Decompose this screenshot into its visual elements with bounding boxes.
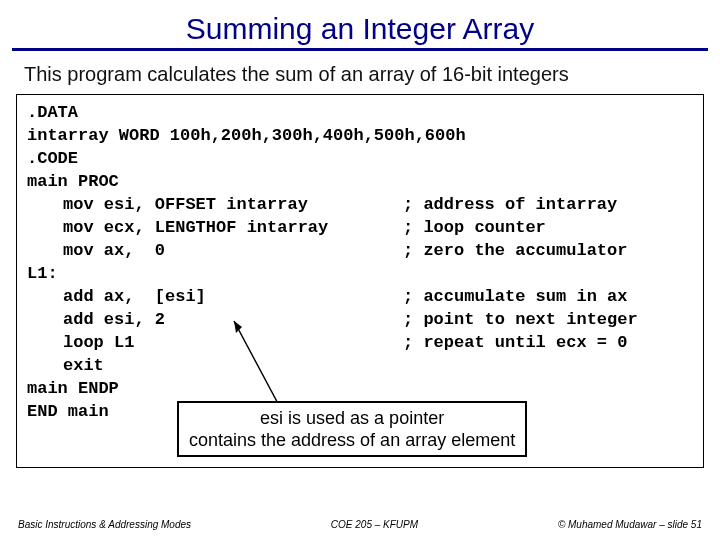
slide-subtitle: This program calculates the sum of an ar… (18, 63, 702, 86)
code-text: intarray WORD 100h,200h,300h,400h,500h,6… (27, 124, 466, 147)
code-instruction: loop L1 (63, 331, 383, 354)
code-line: intarray WORD 100h,200h,300h,400h,500h,6… (27, 124, 693, 147)
code-text: .DATA (27, 101, 78, 124)
code-text: .CODE (27, 147, 78, 170)
code-line: mov ecx, LENGTHOF intarray ; loop counte… (27, 216, 693, 239)
footer: Basic Instructions & Addressing Modes CO… (0, 515, 720, 540)
code-instruction: mov esi, OFFSET intarray (63, 193, 383, 216)
code-box: .DATA intarray WORD 100h,200h,300h,400h,… (16, 94, 704, 468)
code-line: .DATA (27, 101, 693, 124)
code-instruction: exit (63, 354, 383, 377)
code-comment: ; repeat until ecx = 0 (383, 331, 627, 354)
code-comment: ; point to next integer (383, 308, 638, 331)
code-instruction: mov ecx, LENGTHOF intarray (63, 216, 383, 239)
code-text: main ENDP (27, 377, 119, 400)
code-line: .CODE (27, 147, 693, 170)
code-line: add ax, [esi] ; accumulate sum in ax (27, 285, 693, 308)
callout-annotation: esi is used as a pointer contains the ad… (177, 401, 527, 457)
code-text: L1: (27, 262, 58, 285)
code-line: mov ax, 0 ; zero the accumulator (27, 239, 693, 262)
callout-line: contains the address of an array element (189, 429, 515, 451)
code-instruction: add esi, 2 (63, 308, 383, 331)
code-instruction: add ax, [esi] (63, 285, 383, 308)
footer-center: COE 205 – KFUPM (331, 519, 418, 530)
code-comment: ; zero the accumulator (383, 239, 627, 262)
footer-right: © Muhamed Mudawar – slide 51 (558, 519, 702, 530)
code-text: END main (27, 400, 109, 423)
footer-left: Basic Instructions & Addressing Modes (18, 519, 191, 530)
code-line: exit (27, 354, 693, 377)
code-line: loop L1 ; repeat until ecx = 0 (27, 331, 693, 354)
code-line: mov esi, OFFSET intarray ; address of in… (27, 193, 693, 216)
slide-title: Summing an Integer Array (12, 6, 708, 51)
code-line: main PROC (27, 170, 693, 193)
callout-line: esi is used as a pointer (189, 407, 515, 429)
code-line: main ENDP (27, 377, 693, 400)
code-line: L1: (27, 262, 693, 285)
code-line: add esi, 2 ; point to next integer (27, 308, 693, 331)
code-comment: ; accumulate sum in ax (383, 285, 627, 308)
code-comment: ; address of intarray (383, 193, 617, 216)
code-comment: ; loop counter (383, 216, 546, 239)
code-instruction: mov ax, 0 (63, 239, 383, 262)
code-text: main PROC (27, 170, 119, 193)
